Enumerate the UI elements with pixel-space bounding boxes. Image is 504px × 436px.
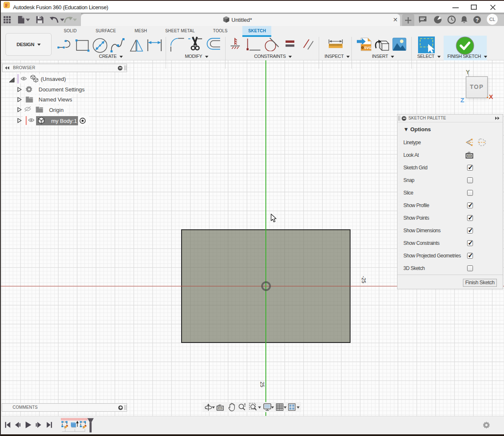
svg-text:?: ? [475,17,479,23]
svg-text:F: F [5,2,8,8]
svg-text:SVG: SVG [364,46,372,50]
